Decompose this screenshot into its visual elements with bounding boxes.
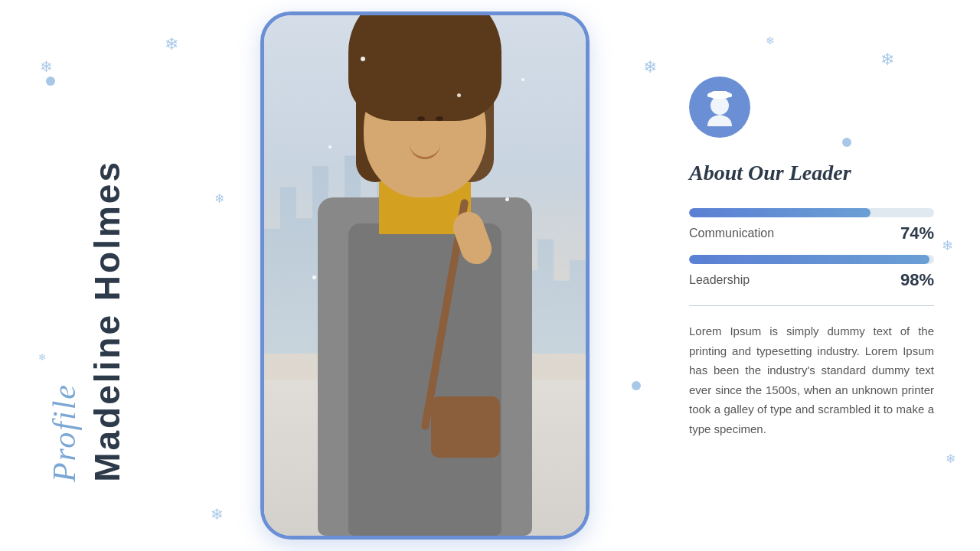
profile-label: Profile <box>46 383 83 482</box>
communication-skill-row: Communication 74% <box>689 223 934 243</box>
communication-bar-bg <box>689 208 934 217</box>
leadership-label: Leadership <box>689 273 750 287</box>
dot-1 <box>46 77 55 86</box>
avatar-icon <box>697 84 743 130</box>
snowflake-6: ❄ <box>880 50 894 70</box>
snowflake-2: ❄ <box>165 34 178 54</box>
communication-percentage: 74% <box>900 223 934 243</box>
leadership-bar-bg <box>689 255 934 264</box>
leadership-skill-row: Leadership 98% <box>689 270 934 290</box>
snowflake-10: ❄ <box>38 352 46 364</box>
dot-2 <box>632 381 641 390</box>
left-section: Profile Madeline Holmes <box>46 138 128 482</box>
snowflake-7: ❄ <box>942 237 953 254</box>
communication-bar-fill <box>689 208 871 217</box>
right-section: About Our Leader Communication 74% Leade… <box>689 77 934 439</box>
snowflake-1: ❄ <box>40 57 53 76</box>
avatar <box>689 77 750 138</box>
svg-rect-3 <box>707 94 732 97</box>
snowflake-3: ❄ <box>214 191 224 206</box>
snowflake-9: ❄ <box>211 505 224 523</box>
name-label: Madeline Holmes <box>87 160 128 482</box>
svg-point-2 <box>710 96 729 115</box>
section-divider <box>689 305 934 306</box>
snowflake-4: ❄ <box>643 57 657 77</box>
communication-label: Communication <box>689 227 774 240</box>
leadership-percentage: 98% <box>900 270 934 290</box>
snowflake-5: ❄ <box>766 34 775 47</box>
description-text: Lorem Ipsum is simply dummy text of the … <box>689 321 934 439</box>
about-title: About Our Leader <box>689 161 934 185</box>
snowflake-8: ❄ <box>946 452 956 466</box>
skill-leadership: Leadership 98% <box>689 255 934 290</box>
photo-card <box>260 11 590 540</box>
skill-communication: Communication 74% <box>689 208 934 243</box>
leadership-bar-fill <box>689 255 929 264</box>
